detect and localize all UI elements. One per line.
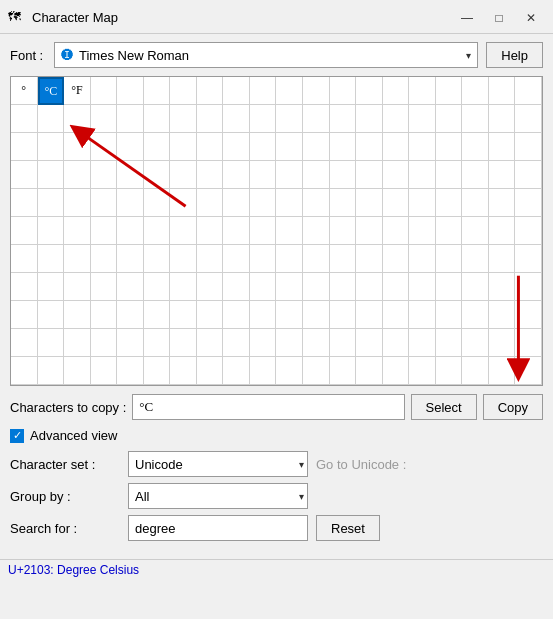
char-cell[interactable] [330, 245, 357, 273]
char-cell[interactable] [276, 273, 303, 301]
char-cell[interactable] [117, 245, 144, 273]
char-cell[interactable] [303, 77, 330, 105]
char-cell[interactable] [462, 161, 489, 189]
char-cell[interactable] [276, 133, 303, 161]
char-cell[interactable] [462, 217, 489, 245]
char-cell[interactable] [223, 245, 250, 273]
char-cell[interactable] [276, 77, 303, 105]
char-cell[interactable] [436, 161, 463, 189]
char-cell[interactable] [223, 161, 250, 189]
char-cell[interactable]: °C [38, 77, 65, 105]
char-cell[interactable] [409, 105, 436, 133]
char-cell[interactable] [303, 301, 330, 329]
char-cell[interactable] [38, 357, 65, 385]
char-cell[interactable] [91, 161, 118, 189]
char-cell[interactable] [117, 273, 144, 301]
char-cell[interactable] [515, 161, 542, 189]
char-cell[interactable] [11, 161, 38, 189]
char-cell[interactable] [38, 301, 65, 329]
char-cell[interactable] [144, 217, 171, 245]
char-cell[interactable] [197, 161, 224, 189]
char-cell[interactable] [250, 273, 277, 301]
char-cell[interactable] [356, 301, 383, 329]
char-cell[interactable] [170, 217, 197, 245]
char-cell[interactable] [462, 357, 489, 385]
char-cell[interactable] [250, 105, 277, 133]
char-cell[interactable] [38, 329, 65, 357]
char-cell[interactable] [170, 273, 197, 301]
char-cell[interactable] [38, 161, 65, 189]
char-cell[interactable] [489, 245, 516, 273]
char-cell[interactable] [462, 301, 489, 329]
char-cell[interactable] [38, 217, 65, 245]
char-cell[interactable] [409, 217, 436, 245]
char-cell[interactable] [11, 105, 38, 133]
char-cell[interactable] [489, 357, 516, 385]
char-cell[interactable] [144, 133, 171, 161]
charset-select[interactable]: Unicode [128, 451, 308, 477]
char-cell[interactable] [303, 105, 330, 133]
char-cell[interactable] [330, 357, 357, 385]
char-cell[interactable] [436, 301, 463, 329]
char-cell[interactable] [223, 133, 250, 161]
char-cell[interactable] [250, 357, 277, 385]
char-cell[interactable] [117, 301, 144, 329]
char-cell[interactable] [223, 77, 250, 105]
char-cell[interactable] [436, 329, 463, 357]
char-cell[interactable] [303, 133, 330, 161]
char-cell[interactable] [356, 329, 383, 357]
copy-input[interactable] [132, 394, 404, 420]
char-cell[interactable] [223, 189, 250, 217]
char-cell[interactable] [91, 245, 118, 273]
char-cell[interactable] [276, 301, 303, 329]
char-cell[interactable] [91, 301, 118, 329]
char-cell[interactable] [383, 217, 410, 245]
char-cell[interactable] [462, 189, 489, 217]
char-cell[interactable] [250, 329, 277, 357]
char-cell[interactable] [223, 105, 250, 133]
char-cell[interactable] [91, 329, 118, 357]
char-cell[interactable] [409, 329, 436, 357]
char-cell[interactable] [462, 329, 489, 357]
char-cell[interactable] [91, 357, 118, 385]
char-cell[interactable] [409, 301, 436, 329]
char-cell[interactable] [91, 217, 118, 245]
char-cell[interactable] [383, 77, 410, 105]
char-cell[interactable] [91, 77, 118, 105]
char-cell[interactable] [489, 301, 516, 329]
char-cell[interactable] [170, 105, 197, 133]
char-cell[interactable] [330, 161, 357, 189]
minimize-button[interactable]: — [453, 7, 481, 29]
char-cell[interactable] [383, 273, 410, 301]
char-cell[interactable] [409, 357, 436, 385]
char-cell[interactable] [276, 189, 303, 217]
char-cell[interactable] [11, 301, 38, 329]
char-cell[interactable] [409, 161, 436, 189]
char-cell[interactable] [515, 105, 542, 133]
search-input[interactable] [128, 515, 308, 541]
char-cell[interactable] [436, 357, 463, 385]
char-cell[interactable] [276, 217, 303, 245]
char-cell[interactable] [11, 217, 38, 245]
char-cell[interactable] [356, 357, 383, 385]
char-cell[interactable] [515, 329, 542, 357]
char-cell[interactable] [144, 161, 171, 189]
char-cell[interactable] [197, 189, 224, 217]
close-button[interactable]: ✕ [517, 7, 545, 29]
help-button[interactable]: Help [486, 42, 543, 68]
char-cell[interactable] [330, 273, 357, 301]
char-cell[interactable] [197, 105, 224, 133]
char-cell[interactable] [383, 133, 410, 161]
char-cell[interactable] [11, 273, 38, 301]
char-cell[interactable] [117, 357, 144, 385]
char-cell[interactable] [276, 105, 303, 133]
char-cell[interactable] [223, 357, 250, 385]
char-cell[interactable] [303, 161, 330, 189]
char-cell[interactable] [91, 133, 118, 161]
char-cell[interactable] [489, 189, 516, 217]
char-cell[interactable] [38, 189, 65, 217]
char-cell[interactable] [436, 245, 463, 273]
char-cell[interactable]: ° [11, 77, 38, 105]
char-cell[interactable] [489, 105, 516, 133]
char-cell[interactable] [170, 301, 197, 329]
